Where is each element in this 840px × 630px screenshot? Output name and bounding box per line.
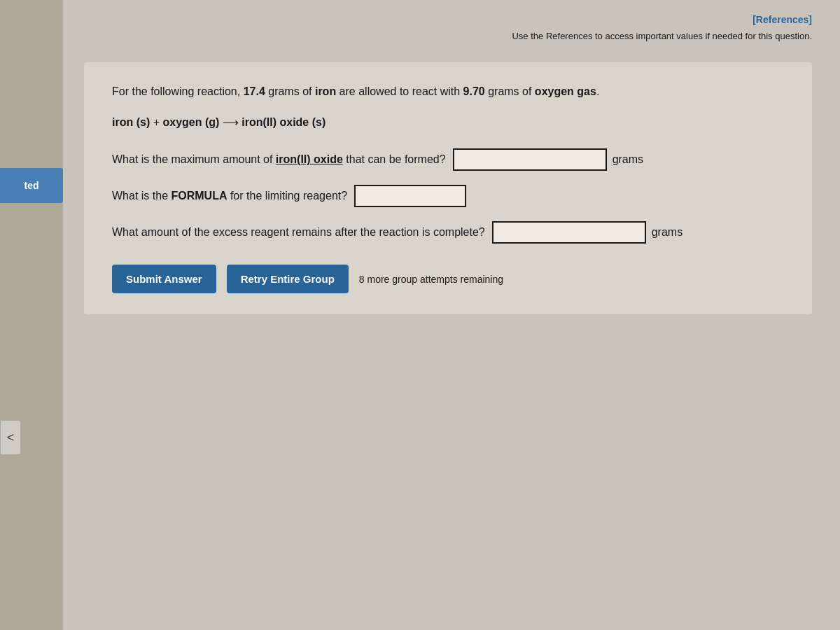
references-notice: Use the References to access important v… — [84, 31, 812, 41]
q1-text: What is the maximum amount of iron(II) o… — [112, 151, 446, 168]
chevron-left-icon: < — [7, 430, 15, 445]
q2-answer-input[interactable] — [354, 185, 466, 207]
question-3-row: What amount of the excess reagent remain… — [112, 221, 784, 244]
sidebar-tab[interactable]: ted — [0, 168, 63, 203]
question-1-row: What is the maximum amount of iron(II) o… — [112, 148, 784, 171]
question-2-row: What is the FORMULA for the limiting rea… — [112, 185, 784, 207]
equation-line: iron (s) + oxygen (g) ⟶ iron(II) oxide (… — [112, 114, 784, 131]
left-chevron-button[interactable]: < — [0, 420, 21, 455]
iron-label: iron — [315, 85, 336, 97]
oxygen-amount: 9.70 — [463, 85, 485, 97]
attempts-remaining-text: 8 more group attempts remaining — [359, 274, 503, 285]
q3-answer-input[interactable] — [492, 221, 646, 244]
equation-text: iron (s) + oxygen (g) ⟶ iron(II) oxide (… — [112, 116, 326, 128]
q3-text: What amount of the excess reagent remain… — [112, 224, 485, 241]
iron-amount: 17.4 — [244, 85, 265, 97]
q2-text: What is the FORMULA for the limiting rea… — [112, 188, 347, 204]
top-bar: [References] — [84, 14, 812, 25]
retry-entire-group-button[interactable]: Retry Entire Group — [227, 265, 349, 293]
submit-answer-button[interactable]: Submit Answer — [112, 265, 216, 293]
question-intro: For the following reaction, 17.4 grams o… — [112, 83, 784, 100]
main-content: [References] Use the References to acces… — [63, 0, 840, 630]
buttons-row: Submit Answer Retry Entire Group 8 more … — [112, 265, 784, 293]
references-link[interactable]: [References] — [752, 14, 812, 25]
question-block: For the following reaction, 17.4 grams o… — [84, 62, 812, 314]
sidebar-tab-label: ted — [24, 180, 39, 191]
q3-unit-label: grams — [652, 224, 682, 241]
q1-answer-input[interactable] — [453, 148, 607, 171]
oxygen-label: oxygen gas — [535, 85, 596, 97]
q1-unit-label: grams — [612, 151, 643, 168]
